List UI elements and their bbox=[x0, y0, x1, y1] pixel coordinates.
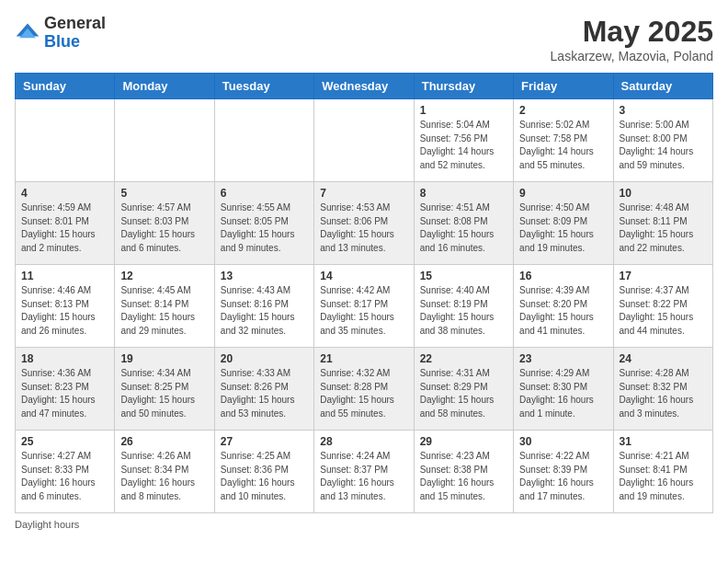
day-number: 8 bbox=[420, 187, 507, 200]
week-row-1: 1Sunrise: 5:04 AM Sunset: 7:56 PM Daylig… bbox=[16, 99, 713, 182]
logo-blue: Blue bbox=[44, 32, 80, 51]
day-info: Sunrise: 4:57 AM Sunset: 8:03 PM Dayligh… bbox=[120, 201, 208, 255]
logo: General Blue bbox=[15, 15, 106, 52]
table-row: 6Sunrise: 4:55 AM Sunset: 8:05 PM Daylig… bbox=[214, 182, 313, 265]
table-row: 14Sunrise: 4:42 AM Sunset: 8:17 PM Dayli… bbox=[314, 265, 414, 348]
col-header-monday: Monday bbox=[115, 74, 214, 99]
table-row: 9Sunrise: 4:50 AM Sunset: 8:09 PM Daylig… bbox=[514, 182, 613, 265]
week-row-4: 18Sunrise: 4:36 AM Sunset: 8:23 PM Dayli… bbox=[16, 348, 713, 431]
day-number: 19 bbox=[120, 352, 208, 365]
table-row: 24Sunrise: 4:28 AM Sunset: 8:32 PM Dayli… bbox=[613, 348, 712, 431]
month-title: May 2025 bbox=[551, 15, 713, 49]
col-header-sunday: Sunday bbox=[16, 74, 115, 99]
table-row: 15Sunrise: 4:40 AM Sunset: 8:19 PM Dayli… bbox=[414, 265, 513, 348]
table-row: 20Sunrise: 4:33 AM Sunset: 8:26 PM Dayli… bbox=[214, 348, 313, 431]
day-number: 24 bbox=[620, 352, 707, 365]
day-number: 6 bbox=[221, 187, 308, 200]
day-info: Sunrise: 4:43 AM Sunset: 8:16 PM Dayligh… bbox=[221, 284, 308, 338]
col-header-wednesday: Wednesday bbox=[314, 74, 414, 99]
day-number: 18 bbox=[21, 352, 108, 365]
day-number: 25 bbox=[21, 435, 108, 448]
day-number: 17 bbox=[620, 270, 707, 282]
logo-text: General Blue bbox=[44, 15, 106, 52]
logo-general: General bbox=[44, 14, 106, 32]
table-row: 25Sunrise: 4:27 AM Sunset: 8:33 PM Dayli… bbox=[16, 431, 115, 513]
day-number: 9 bbox=[519, 187, 607, 200]
day-info: Sunrise: 4:29 AM Sunset: 8:30 PM Dayligh… bbox=[519, 367, 607, 420]
day-info: Sunrise: 4:37 AM Sunset: 8:22 PM Dayligh… bbox=[620, 284, 707, 338]
day-number: 2 bbox=[519, 104, 607, 117]
day-number: 22 bbox=[420, 352, 507, 365]
day-info: Sunrise: 4:45 AM Sunset: 8:14 PM Dayligh… bbox=[120, 284, 208, 338]
day-number: 30 bbox=[519, 435, 607, 448]
table-row: 23Sunrise: 4:29 AM Sunset: 8:30 PM Dayli… bbox=[514, 348, 613, 431]
day-info: Sunrise: 4:48 AM Sunset: 8:11 PM Dayligh… bbox=[620, 201, 707, 255]
day-number: 10 bbox=[620, 187, 707, 200]
day-info: Sunrise: 4:24 AM Sunset: 8:37 PM Dayligh… bbox=[320, 450, 407, 503]
day-number: 13 bbox=[221, 270, 308, 282]
table-row: 8Sunrise: 4:51 AM Sunset: 8:08 PM Daylig… bbox=[414, 182, 513, 265]
table-row: 10Sunrise: 4:48 AM Sunset: 8:11 PM Dayli… bbox=[613, 182, 712, 265]
day-number: 5 bbox=[120, 187, 208, 200]
logo-icon bbox=[15, 20, 40, 46]
table-row bbox=[314, 99, 414, 182]
day-number: 26 bbox=[120, 435, 208, 448]
day-info: Sunrise: 4:39 AM Sunset: 8:20 PM Dayligh… bbox=[519, 284, 607, 338]
day-number: 27 bbox=[221, 435, 308, 448]
day-number: 4 bbox=[21, 187, 108, 200]
table-row: 16Sunrise: 4:39 AM Sunset: 8:20 PM Dayli… bbox=[514, 265, 613, 348]
day-number: 31 bbox=[620, 435, 707, 448]
day-info: Sunrise: 4:42 AM Sunset: 8:17 PM Dayligh… bbox=[320, 284, 407, 338]
day-info: Sunrise: 4:33 AM Sunset: 8:26 PM Dayligh… bbox=[221, 367, 308, 420]
table-row: 3Sunrise: 5:00 AM Sunset: 8:00 PM Daylig… bbox=[613, 99, 712, 182]
table-row: 27Sunrise: 4:25 AM Sunset: 8:36 PM Dayli… bbox=[214, 431, 313, 513]
col-header-friday: Friday bbox=[514, 74, 613, 99]
day-info: Sunrise: 4:25 AM Sunset: 8:36 PM Dayligh… bbox=[221, 450, 308, 503]
day-number: 23 bbox=[519, 352, 607, 365]
day-info: Sunrise: 4:31 AM Sunset: 8:29 PM Dayligh… bbox=[420, 367, 507, 420]
day-number: 12 bbox=[120, 270, 208, 282]
day-info: Sunrise: 4:23 AM Sunset: 8:38 PM Dayligh… bbox=[420, 450, 507, 503]
day-number: 29 bbox=[420, 435, 507, 448]
day-number: 14 bbox=[320, 270, 407, 282]
week-row-5: 25Sunrise: 4:27 AM Sunset: 8:33 PM Dayli… bbox=[16, 431, 713, 513]
table-row: 1Sunrise: 5:04 AM Sunset: 7:56 PM Daylig… bbox=[414, 99, 513, 182]
day-number: 7 bbox=[320, 187, 407, 200]
day-number: 21 bbox=[320, 352, 407, 365]
day-info: Sunrise: 4:46 AM Sunset: 8:13 PM Dayligh… bbox=[21, 284, 108, 338]
day-info: Sunrise: 4:27 AM Sunset: 8:33 PM Dayligh… bbox=[21, 450, 108, 503]
week-row-2: 4Sunrise: 4:59 AM Sunset: 8:01 PM Daylig… bbox=[16, 182, 713, 265]
day-info: Sunrise: 5:00 AM Sunset: 8:00 PM Dayligh… bbox=[620, 119, 707, 172]
title-block: May 2025 Laskarzew, Mazovia, Poland bbox=[551, 15, 713, 63]
day-info: Sunrise: 5:04 AM Sunset: 7:56 PM Dayligh… bbox=[420, 119, 507, 172]
day-info: Sunrise: 4:55 AM Sunset: 8:05 PM Dayligh… bbox=[221, 201, 308, 255]
col-header-saturday: Saturday bbox=[613, 74, 712, 99]
table-row: 2Sunrise: 5:02 AM Sunset: 7:58 PM Daylig… bbox=[514, 99, 613, 182]
table-row bbox=[214, 99, 313, 182]
day-number: 3 bbox=[620, 104, 707, 117]
table-row bbox=[16, 99, 115, 182]
col-header-tuesday: Tuesday bbox=[214, 74, 313, 99]
day-info: Sunrise: 4:22 AM Sunset: 8:39 PM Dayligh… bbox=[519, 450, 607, 503]
day-number: 20 bbox=[221, 352, 308, 365]
day-number: 28 bbox=[320, 435, 407, 448]
day-info: Sunrise: 4:34 AM Sunset: 8:25 PM Dayligh… bbox=[120, 367, 208, 420]
table-row: 13Sunrise: 4:43 AM Sunset: 8:16 PM Dayli… bbox=[214, 265, 313, 348]
daylight-label: Daylight hours bbox=[15, 519, 79, 530]
day-info: Sunrise: 4:32 AM Sunset: 8:28 PM Dayligh… bbox=[320, 367, 407, 420]
day-info: Sunrise: 4:28 AM Sunset: 8:32 PM Dayligh… bbox=[620, 367, 707, 420]
table-row: 28Sunrise: 4:24 AM Sunset: 8:37 PM Dayli… bbox=[314, 431, 414, 513]
day-info: Sunrise: 4:40 AM Sunset: 8:19 PM Dayligh… bbox=[420, 284, 507, 338]
col-header-thursday: Thursday bbox=[414, 74, 513, 99]
day-info: Sunrise: 4:36 AM Sunset: 8:23 PM Dayligh… bbox=[21, 367, 108, 420]
table-row bbox=[115, 99, 214, 182]
table-row: 12Sunrise: 4:45 AM Sunset: 8:14 PM Dayli… bbox=[115, 265, 214, 348]
location: Laskarzew, Mazovia, Poland bbox=[551, 49, 713, 63]
table-row: 26Sunrise: 4:26 AM Sunset: 8:34 PM Dayli… bbox=[115, 431, 214, 513]
header-row: SundayMondayTuesdayWednesdayThursdayFrid… bbox=[16, 74, 713, 99]
day-info: Sunrise: 4:59 AM Sunset: 8:01 PM Dayligh… bbox=[21, 201, 108, 255]
table-row: 21Sunrise: 4:32 AM Sunset: 8:28 PM Dayli… bbox=[314, 348, 414, 431]
table-row: 17Sunrise: 4:37 AM Sunset: 8:22 PM Dayli… bbox=[613, 265, 712, 348]
table-row: 22Sunrise: 4:31 AM Sunset: 8:29 PM Dayli… bbox=[414, 348, 513, 431]
day-info: Sunrise: 4:50 AM Sunset: 8:09 PM Dayligh… bbox=[519, 201, 607, 255]
